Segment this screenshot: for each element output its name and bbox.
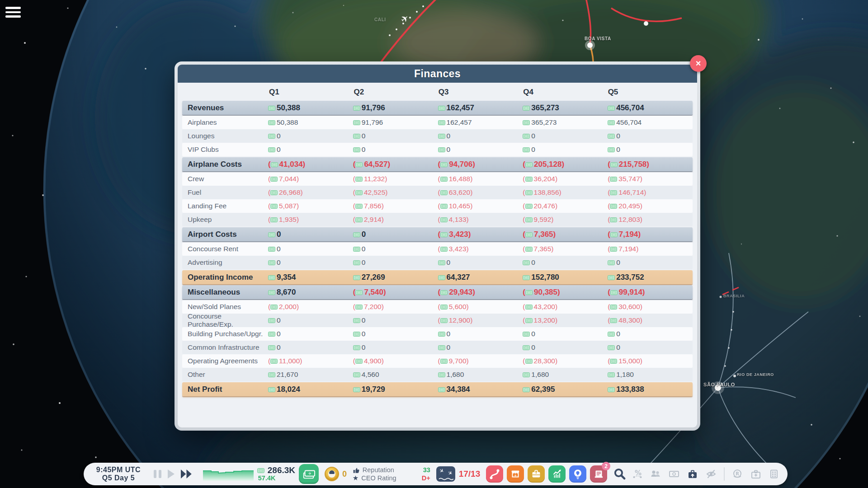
money-icon [440, 162, 448, 167]
briefcase-arrow-icon[interactable] [687, 469, 698, 479]
cell-value: (2,000) [268, 303, 353, 311]
money-icon [268, 332, 275, 337]
money-icon [268, 387, 275, 392]
route-icon [488, 468, 501, 480]
cell-value: 0 [268, 230, 353, 239]
finances-table-rows: Revenues50,38891,796162,457365,273456,70… [182, 101, 693, 396]
money-icon [610, 177, 617, 182]
income-delta-value: 57.4K [258, 475, 295, 482]
play-button[interactable] [168, 469, 175, 479]
pause-button[interactable] [154, 470, 161, 478]
briefcase-plus-icon[interactable] [750, 469, 762, 479]
wave-icon [438, 477, 453, 480]
cell-value: (15,000) [608, 357, 693, 365]
fleet-planes-icon[interactable]: ✈ ✈ [436, 466, 455, 482]
money-icon [523, 332, 530, 337]
cell-value: 0 [353, 132, 438, 140]
cell-value: 27,269 [353, 273, 438, 282]
money-icon [353, 106, 360, 111]
menu-hamburger-icon[interactable] [5, 5, 21, 20]
game-screen: ✈ Cali Boa Vista Brasilia Rio de Janeiro… [0, 0, 868, 488]
money-icon [525, 204, 533, 209]
passengers-icon[interactable] [650, 469, 661, 479]
cell-value: 0 [523, 330, 608, 338]
money-icon [525, 177, 533, 182]
cell-value: 0 [608, 145, 693, 154]
percent-icon[interactable]: % [632, 469, 643, 479]
row-label: Operating Agreements [182, 357, 268, 365]
money-icon [610, 359, 617, 364]
money-icon [355, 204, 363, 209]
money-icon [438, 275, 445, 280]
money-icon [268, 247, 275, 252]
cell-value: 1,680 [523, 371, 608, 379]
cell-value: (35,747) [608, 175, 693, 183]
cell-value: (99,914) [608, 288, 693, 297]
cell-value: 0 [608, 258, 693, 267]
cell-value: 0 [353, 330, 438, 338]
cell-value: 0 [523, 145, 608, 154]
money-icon [608, 134, 615, 139]
cell-value: (7,365) [523, 245, 608, 253]
table-row: Fuel(26,968)(42,525)(63,620)(138,856)(14… [182, 186, 693, 199]
cell-value: 0 [523, 258, 608, 267]
cell-value: 162,457 [438, 118, 523, 127]
contracts-button[interactable]: ✈ [528, 465, 545, 483]
money-icon [353, 120, 360, 125]
money-icon [438, 134, 445, 139]
cell-value: 0 [608, 343, 693, 352]
banknote-icon[interactable] [668, 469, 680, 479]
money-icon [608, 120, 615, 125]
marketplace-button[interactable]: ✈ [507, 465, 524, 483]
cell-value: (20,476) [523, 202, 608, 210]
cell-value: (63,620) [438, 188, 523, 197]
eye-slash-icon[interactable] [705, 469, 717, 479]
cell-value: 365,273 [523, 103, 608, 113]
routes-button[interactable] [486, 465, 503, 483]
money-icon [353, 387, 360, 392]
cell-value: 0 [268, 258, 353, 267]
app-buttons: ✈ ✈ [486, 465, 626, 483]
cell-value: (1,935) [268, 216, 353, 224]
fast-forward-button[interactable] [181, 469, 194, 479]
money-icon [355, 359, 363, 364]
money-icon [268, 372, 275, 377]
money-icon [523, 275, 530, 280]
cell-value: 0 [268, 245, 353, 253]
close-button[interactable]: × [690, 55, 707, 72]
cell-value: 0 [438, 132, 523, 140]
money-icon [610, 190, 617, 195]
cell-value: 0 [353, 258, 438, 267]
balance-value: 286.3K [268, 466, 295, 475]
cell-value: (11,000) [268, 357, 353, 365]
cash-flow-button[interactable]: ✈ [299, 464, 319, 484]
money-icon [438, 372, 445, 377]
news-button[interactable]: 2 [590, 465, 607, 483]
row-label: Operating Income [182, 273, 268, 282]
money-icon [523, 345, 530, 350]
cell-value: 0 [523, 343, 608, 352]
search-button[interactable] [613, 468, 626, 480]
row-label: Airplanes [182, 118, 268, 127]
money-icon [355, 217, 363, 222]
cell-value: 50,388 [268, 118, 353, 127]
research-button[interactable] [569, 465, 586, 483]
row-label: Advertising [182, 258, 268, 267]
storefront-icon: ✈ [509, 468, 522, 480]
cell-value: (4,900) [353, 357, 438, 365]
cell-value: 233,752 [608, 273, 693, 282]
globe-r-icon[interactable]: R [731, 469, 743, 479]
cell-value: 0 [438, 258, 523, 267]
row-label: New/Sold Planes [182, 303, 268, 311]
money-icon [353, 372, 360, 377]
money-icon [268, 260, 275, 265]
money-icon [440, 217, 448, 222]
table-row: Airplane Costs(41,034)(64,527)(94,706)(2… [182, 157, 693, 171]
money-icon [438, 345, 445, 350]
statistics-button[interactable] [548, 465, 566, 483]
money-icon [268, 318, 275, 323]
money-icon [438, 147, 445, 152]
film-icon[interactable] [769, 469, 779, 479]
table-row: Revenues50,38891,796162,457365,273456,70… [182, 101, 693, 115]
secondary-tools: % [632, 467, 779, 481]
